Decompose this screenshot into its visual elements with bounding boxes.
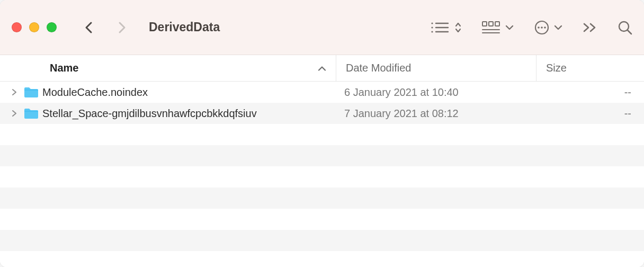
- empty-row: [0, 166, 644, 188]
- toolbar-actions: [430, 20, 632, 35]
- svg-point-0: [431, 22, 433, 24]
- file-size: --: [536, 108, 644, 120]
- table-row[interactable]: ModuleCache.noindex 6 January 2021 at 10…: [0, 82, 644, 103]
- disclosure-triangle[interactable]: [12, 88, 20, 96]
- folder-icon: [23, 107, 39, 120]
- chevron-right-icon: [118, 21, 126, 34]
- grid-group-icon: [482, 21, 501, 34]
- file-list: ModuleCache.noindex 6 January 2021 at 10…: [0, 82, 644, 267]
- view-list-button[interactable]: [430, 21, 462, 34]
- toolbar: DerivedData: [0, 0, 644, 55]
- file-date-modified: 6 January 2021 at 10:40: [336, 86, 536, 99]
- chevron-right-icon: [12, 88, 17, 96]
- navigation-buttons: [84, 21, 127, 34]
- svg-point-12: [538, 26, 540, 29]
- svg-rect-7: [489, 22, 493, 26]
- disclosure-triangle[interactable]: [12, 110, 20, 117]
- search-icon: [618, 20, 632, 35]
- empty-row: [0, 230, 644, 251]
- window-title: DerivedData: [149, 20, 220, 34]
- empty-row: [0, 188, 644, 209]
- list-icon: [430, 21, 450, 34]
- column-size-label: Size: [546, 62, 567, 74]
- minimize-button[interactable]: [29, 22, 39, 32]
- column-size[interactable]: Size: [536, 55, 644, 81]
- sort-ascending-icon: [318, 62, 326, 74]
- folder-icon: [23, 86, 39, 99]
- svg-line-16: [628, 30, 631, 34]
- search-button[interactable]: [618, 20, 632, 35]
- chevron-down-icon: [554, 24, 562, 31]
- empty-row: [0, 145, 644, 166]
- column-header: Name Date Modified Size: [0, 55, 644, 82]
- chevron-down-icon: [505, 24, 514, 31]
- svg-rect-8: [495, 22, 499, 26]
- column-date-modified[interactable]: Date Modified: [336, 55, 536, 81]
- svg-point-14: [544, 26, 546, 29]
- action-button[interactable]: [534, 20, 562, 35]
- ellipsis-circle-icon: [534, 20, 550, 35]
- window-controls: [12, 22, 57, 32]
- group-button[interactable]: [482, 21, 514, 34]
- file-date-modified: 7 January 2021 at 08:12: [336, 108, 536, 120]
- up-down-chevron-icon: [454, 21, 462, 34]
- empty-row: [0, 209, 644, 230]
- table-row[interactable]: Stellar_Space-gmjdilbusvnhawfcpcbkkdqfsi…: [0, 103, 644, 124]
- svg-point-13: [541, 26, 543, 29]
- file-name: ModuleCache.noindex: [42, 86, 148, 99]
- column-name-label: Name: [50, 62, 78, 74]
- overflow-button[interactable]: [583, 22, 597, 33]
- svg-rect-6: [482, 22, 487, 26]
- zoom-button[interactable]: [47, 22, 57, 32]
- file-size: --: [536, 86, 644, 99]
- column-date-label: Date Modified: [346, 62, 411, 74]
- forward-button[interactable]: [117, 21, 127, 34]
- chevron-right-icon: [12, 110, 17, 117]
- back-button[interactable]: [84, 21, 94, 34]
- chevron-left-icon: [85, 21, 93, 34]
- empty-row: [0, 251, 644, 267]
- file-name: Stellar_Space-gmjdilbusvnhawfcpcbkkdqfsi…: [42, 108, 257, 120]
- close-button[interactable]: [12, 22, 22, 32]
- finder-window: DerivedData: [0, 0, 644, 267]
- svg-point-2: [431, 26, 433, 28]
- svg-point-4: [431, 31, 433, 32]
- double-chevron-right-icon: [583, 22, 597, 33]
- empty-row: [0, 124, 644, 145]
- column-name[interactable]: Name: [0, 55, 336, 81]
